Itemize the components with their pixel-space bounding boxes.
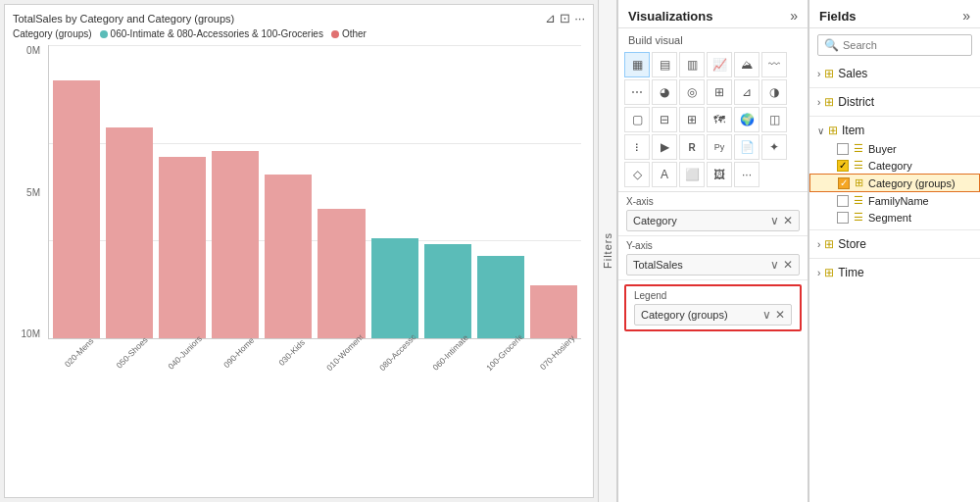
filter-icon[interactable]: ⊿ bbox=[545, 11, 556, 25]
checkbox-segment[interactable] bbox=[837, 212, 849, 224]
viz-btn-funnel[interactable]: ⊿ bbox=[734, 79, 760, 105]
viz-btn-line[interactable]: 📈 bbox=[707, 52, 732, 77]
divider-1 bbox=[809, 87, 980, 88]
field-group-store: › ⊞ Store bbox=[809, 234, 980, 254]
chart-toolbar: ⊿ ⊡ ··· bbox=[545, 11, 585, 25]
table-icon-district: ⊞ bbox=[824, 95, 834, 109]
checkbox-buyer[interactable] bbox=[837, 143, 849, 155]
viz-btn-smart[interactable]: ✦ bbox=[761, 134, 787, 160]
checkbox-category[interactable]: ✓ bbox=[837, 160, 849, 172]
legend-item-other: Other bbox=[331, 28, 367, 39]
field-item-segment[interactable]: ☰ Segment bbox=[809, 209, 980, 226]
viz-btn-treemap[interactable]: ⊞ bbox=[707, 79, 732, 105]
viz-btn-shape-map[interactable]: ◫ bbox=[761, 107, 787, 132]
viz-btn-paginated[interactable]: 📄 bbox=[734, 134, 760, 160]
fields-panel-header: Fields » bbox=[809, 0, 980, 28]
fields-panel-title: Fields bbox=[819, 9, 857, 24]
viz-btn-r[interactable]: R bbox=[679, 134, 705, 160]
bar-juniors-pink bbox=[159, 157, 206, 338]
bars-area bbox=[48, 45, 581, 339]
y-axis-field[interactable]: TotalSales ∨ ✕ bbox=[626, 254, 800, 276]
fields-panel: Fields » 🔍 › ⊞ Sales › ⊞ District ∨ ⊞ It… bbox=[808, 0, 980, 502]
chevron-icon-sales: › bbox=[817, 69, 820, 79]
viz-btn-scatter-play[interactable]: ▶ bbox=[652, 134, 677, 160]
x-axis-controls: ∨ ✕ bbox=[770, 214, 793, 227]
viz-btn-donut[interactable]: ◎ bbox=[679, 79, 705, 105]
bar-hosiery-pink bbox=[530, 285, 577, 338]
x-axis-label: X-axis bbox=[626, 196, 800, 207]
legend-section: Legend Category (groups) ∨ ✕ bbox=[624, 284, 802, 331]
bar-group-womens bbox=[318, 45, 365, 338]
viz-btn-text[interactable]: A bbox=[652, 162, 677, 187]
viz-btn-gauge[interactable]: ◑ bbox=[761, 79, 787, 105]
viz-btn-more[interactable]: ··· bbox=[734, 162, 760, 187]
field-item-familyname[interactable]: ☰ FamilyName bbox=[809, 192, 980, 209]
viz-btn-shape[interactable]: ◇ bbox=[624, 162, 650, 187]
viz-btn-button[interactable]: ⬜ bbox=[679, 162, 705, 187]
search-icon: 🔍 bbox=[824, 38, 839, 52]
chevron-icon-item: ∨ bbox=[817, 126, 824, 136]
viz-btn-scatter[interactable]: ⋯ bbox=[624, 79, 650, 105]
legend-remove-icon[interactable]: ✕ bbox=[775, 308, 785, 322]
fields-panel-chevron[interactable]: » bbox=[962, 8, 970, 24]
field-group-header-store[interactable]: › ⊞ Store bbox=[809, 234, 980, 254]
viz-icons-section: ▦ ▤ ▥ 📈 ⛰ 〰 ⋯ ◕ ◎ ⊞ ⊿ ◑ ▢ ⊟ ⊞ 🗺 🌍 ◫ ⫶ bbox=[618, 50, 808, 192]
checkbox-category-groups[interactable]: ✓ bbox=[838, 177, 850, 189]
y-axis-expand-icon[interactable]: ∨ bbox=[770, 258, 779, 272]
viz-btn-pie[interactable]: ◕ bbox=[652, 79, 677, 105]
field-group-header-sales[interactable]: › ⊞ Sales bbox=[809, 64, 980, 83]
filters-sidebar[interactable]: Filters bbox=[598, 0, 617, 502]
x-axis-field[interactable]: Category ∨ ✕ bbox=[626, 210, 800, 231]
search-input[interactable] bbox=[843, 39, 965, 51]
viz-btn-table[interactable]: ⊟ bbox=[652, 107, 677, 132]
bar-group-hosiery bbox=[530, 45, 577, 338]
viz-btn-area[interactable]: ⛰ bbox=[734, 52, 760, 77]
viz-btn-bar[interactable]: ▦ bbox=[624, 52, 650, 77]
legend-expand-icon[interactable]: ∨ bbox=[762, 308, 771, 322]
field-name-category: Category bbox=[868, 160, 912, 172]
viz-btn-map[interactable]: 🗺 bbox=[707, 107, 732, 132]
expand-icon[interactable]: ⊡ bbox=[560, 11, 570, 25]
bar-shoes-pink bbox=[106, 127, 153, 338]
viz-btn-filled-map[interactable]: 🌍 bbox=[734, 107, 760, 132]
viz-btn-waterfall[interactable]: ⫶ bbox=[624, 134, 650, 160]
field-item-category-groups[interactable]: ✓ ⊞ Category (groups) bbox=[809, 174, 980, 192]
field-group-district: › ⊞ District bbox=[809, 92, 980, 112]
y-label-mid: 5M bbox=[13, 187, 44, 198]
y-axis-remove-icon[interactable]: ✕ bbox=[783, 258, 793, 272]
viz-panel-chevron[interactable]: » bbox=[790, 8, 798, 24]
viz-btn-matrix[interactable]: ⊞ bbox=[679, 107, 705, 132]
more-icon[interactable]: ··· bbox=[574, 11, 585, 25]
checkbox-familyname[interactable] bbox=[837, 195, 849, 207]
field-icon-buyer: ☰ bbox=[854, 142, 863, 155]
divider-4 bbox=[809, 258, 980, 259]
bar-group-groceries bbox=[477, 45, 524, 338]
legend-item-teal: 060-Intimate & 080-Accessories & 100-Gro… bbox=[100, 28, 323, 39]
viz-btn-stacked-bar[interactable]: ▤ bbox=[652, 52, 677, 77]
y-axis-controls: ∨ ✕ bbox=[770, 258, 793, 272]
bar-group-home bbox=[212, 45, 259, 338]
viz-btn-card[interactable]: ▢ bbox=[624, 107, 650, 132]
x-axis-remove-icon[interactable]: ✕ bbox=[783, 214, 793, 227]
legend-field[interactable]: Category (groups) ∨ ✕ bbox=[634, 304, 792, 326]
divider-2 bbox=[809, 116, 980, 117]
field-group-header-time[interactable]: › ⊞ Time bbox=[809, 263, 980, 282]
viz-btn-100-bar[interactable]: ▥ bbox=[679, 52, 705, 77]
legend-label: Category (groups) bbox=[13, 28, 92, 39]
x-axis-expand-icon[interactable]: ∨ bbox=[770, 214, 779, 227]
table-icon-store: ⊞ bbox=[824, 237, 834, 251]
search-box[interactable]: 🔍 bbox=[817, 34, 972, 56]
bar-group-juniors bbox=[159, 45, 206, 338]
viz-btn-ribbon[interactable]: 〰 bbox=[761, 52, 787, 77]
field-item-buyer[interactable]: ☰ Buyer bbox=[809, 140, 980, 157]
field-group-header-item[interactable]: ∨ ⊞ Item bbox=[809, 121, 980, 140]
viz-btn-python[interactable]: Py bbox=[707, 134, 732, 160]
legend-other-label: Other bbox=[342, 28, 367, 39]
field-group-header-district[interactable]: › ⊞ District bbox=[809, 92, 980, 112]
x-axis-field-name: Category bbox=[633, 215, 677, 226]
chart-area: ⊿ ⊡ ··· TotalSales by Category and Categ… bbox=[4, 4, 594, 498]
bar-groceries-teal bbox=[477, 256, 524, 338]
field-item-category[interactable]: ✓ ☰ Category bbox=[809, 157, 980, 174]
viz-btn-image[interactable]: 🖼 bbox=[707, 162, 732, 187]
y-axis-field-name: TotalSales bbox=[633, 259, 683, 271]
